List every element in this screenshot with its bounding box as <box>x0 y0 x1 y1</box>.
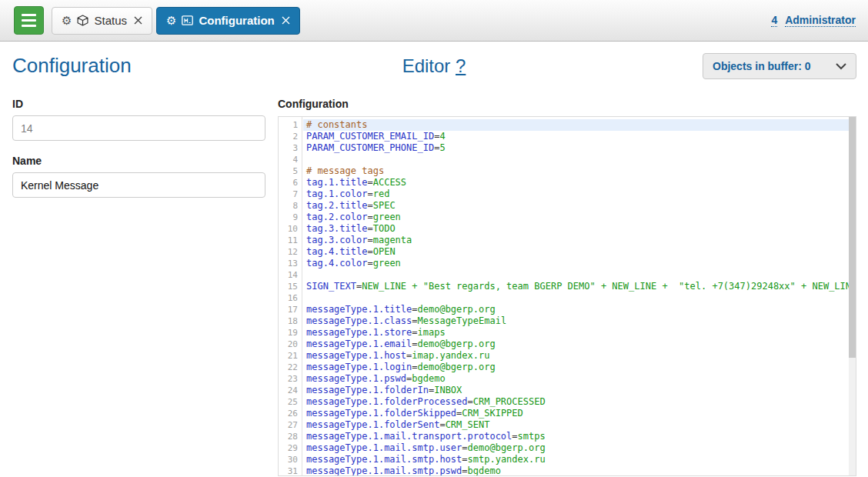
user-count-link[interactable]: 4 <box>771 14 777 27</box>
line-number: 27 <box>279 419 302 431</box>
user-name-link[interactable]: Administrator <box>785 14 856 27</box>
code-line[interactable]: tag.2.title=SPEC <box>303 200 856 212</box>
code-line[interactable]: tag.3.title=TODO <box>303 223 856 235</box>
code-line[interactable]: messageType.1.host=imap.yandex.ru <box>303 350 856 362</box>
code-line[interactable]: messageType.1.login=demo@bgerp.org <box>303 362 856 373</box>
code-line[interactable] <box>303 292 856 304</box>
editor-gutter[interactable]: 1234567891011121314151617181920212223242… <box>279 117 302 475</box>
code-line[interactable]: messageType.1.mail.smtp.host=smtp.yandex… <box>303 454 856 465</box>
tab-label: Status <box>94 14 127 27</box>
close-icon <box>282 16 290 25</box>
buffer-dropdown[interactable]: Objects in buffer: 0 <box>703 53 856 79</box>
tab-close-button[interactable] <box>282 16 290 25</box>
line-number: 17 <box>279 304 302 315</box>
topbar: ⚙Status⚙Configuration 4 Administrator <box>0 0 868 42</box>
tab-label: Configuration <box>199 14 274 27</box>
code-line[interactable]: # message tags <box>303 165 856 177</box>
editor-scrollbar[interactable] <box>849 117 856 475</box>
code-line[interactable]: messageType.1.store=imaps <box>303 327 856 339</box>
line-number: 23 <box>279 373 302 385</box>
code-line[interactable]: SIGN_TEXT=NEW_LINE + "Best regards, team… <box>303 281 856 292</box>
line-number: 31 <box>279 465 302 476</box>
chevron-down-icon <box>836 63 846 70</box>
code-line[interactable] <box>303 154 856 165</box>
close-icon <box>134 16 142 25</box>
code-line[interactable]: messageType.1.folderProcessed=CRM_PROCES… <box>303 396 856 408</box>
code-line[interactable]: tag.1.title=ACCESS <box>303 177 856 188</box>
cube-icon <box>77 15 88 26</box>
editor-heading: Editor ? <box>402 55 466 77</box>
editor-heading-label: Editor <box>402 55 451 76</box>
line-number: 19 <box>279 327 302 339</box>
line-number: 30 <box>279 454 302 465</box>
code-line[interactable]: messageType.1.pswd=bgdemo <box>303 373 856 385</box>
editor-code[interactable]: # constantsPARAM_CUSTOMER_EMAIL_ID=4PARA… <box>303 117 856 475</box>
line-number: 11 <box>279 235 302 246</box>
code-line[interactable]: messageType.1.mail.smtp.pswd=bgdemo <box>303 465 856 475</box>
scrollbar-thumb[interactable] <box>849 117 856 358</box>
line-number: 18 <box>279 315 302 327</box>
code-line[interactable]: messageType.1.folderIn=INBOX <box>303 385 856 396</box>
line-number: 12 <box>279 246 302 258</box>
code-line[interactable]: messageType.1.mail.transport.protocol=sm… <box>303 431 856 442</box>
line-number: 28 <box>279 431 302 442</box>
line-number: 8 <box>279 200 302 212</box>
code-line[interactable]: messageType.1.folderSent=CRM_SENT <box>303 419 856 431</box>
menu-button[interactable] <box>14 6 44 35</box>
line-number: 3 <box>279 142 302 154</box>
gear-icon: ⚙ <box>166 15 176 26</box>
code-line[interactable]: tag.2.color=green <box>303 212 856 223</box>
page-title: Configuration <box>12 54 132 78</box>
help-link[interactable]: ? <box>456 55 466 76</box>
code-line[interactable]: PARAM_CUSTOMER_EMAIL_ID=4 <box>303 131 856 142</box>
buffer-dropdown-label: Objects in buffer: 0 <box>713 60 811 72</box>
user-links: 4 Administrator <box>771 14 856 27</box>
tab-configuration[interactable]: ⚙Configuration <box>156 7 300 35</box>
code-line[interactable]: tag.3.color=magenta <box>303 235 856 246</box>
code-line[interactable]: messageType.1.folderSkipped=CRM_SKIPPED <box>303 408 856 419</box>
line-number: 5 <box>279 165 302 177</box>
gear-icon: ⚙ <box>62 15 72 26</box>
id-input[interactable] <box>12 115 265 141</box>
code-line[interactable]: tag.4.color=green <box>303 258 856 269</box>
code-line[interactable]: PARAM_CUSTOMER_PHONE_ID=5 <box>303 142 856 154</box>
code-line[interactable]: # constants <box>303 119 856 131</box>
tab-bar: ⚙Status⚙Configuration <box>52 7 300 35</box>
line-number: 15 <box>279 281 302 292</box>
line-number: 7 <box>279 188 302 200</box>
code-line[interactable]: tag.4.title=OPEN <box>303 246 856 258</box>
line-number: 6 <box>279 177 302 188</box>
configuration-section: Configuration 12345678910111213141516171… <box>278 98 856 476</box>
tab-status[interactable]: ⚙Status <box>52 7 152 35</box>
line-number: 1 <box>279 119 302 131</box>
line-number: 2 <box>279 131 302 142</box>
object-form: ID Name <box>12 98 265 212</box>
editor-icon <box>182 15 193 25</box>
line-number: 20 <box>279 339 302 350</box>
line-number: 22 <box>279 362 302 373</box>
code-line[interactable] <box>303 269 856 281</box>
line-number: 10 <box>279 223 302 235</box>
line-number: 14 <box>279 269 302 281</box>
name-label: Name <box>12 155 265 167</box>
code-editor[interactable]: 1234567891011121314151617181920212223242… <box>278 116 856 476</box>
code-line[interactable]: tag.1.color=red <box>303 188 856 200</box>
line-number: 29 <box>279 442 302 454</box>
code-line[interactable]: messageType.1.mail.smtp.user=demo@bgerp.… <box>303 442 856 454</box>
line-number: 16 <box>279 292 302 304</box>
code-line[interactable]: messageType.1.title=demo@bgerp.org <box>303 304 856 315</box>
line-number: 25 <box>279 396 302 408</box>
tab-close-button[interactable] <box>134 16 142 25</box>
line-number: 9 <box>279 212 302 223</box>
line-number: 4 <box>279 154 302 165</box>
hamburger-icon <box>22 14 36 16</box>
line-number: 24 <box>279 385 302 396</box>
line-number: 13 <box>279 258 302 269</box>
page: ⚙Status⚙Configuration 4 Administrator Co… <box>0 0 868 477</box>
code-line[interactable]: messageType.1.email=demo@bgerp.org <box>303 339 856 350</box>
name-input[interactable] <box>12 172 265 198</box>
line-number: 26 <box>279 408 302 419</box>
line-number: 21 <box>279 350 302 362</box>
config-section-label: Configuration <box>278 98 856 110</box>
code-line[interactable]: messageType.1.class=MessageTypeEmail <box>303 315 856 327</box>
